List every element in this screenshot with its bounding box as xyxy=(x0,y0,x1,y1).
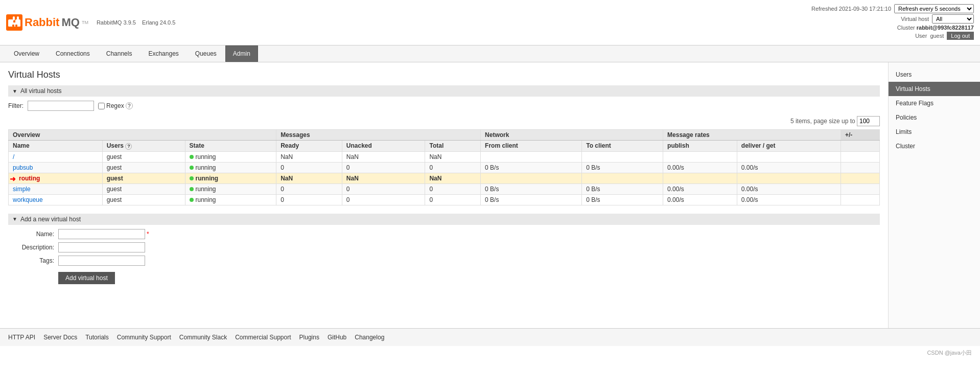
sidebar-item-users[interactable]: Users xyxy=(889,67,980,82)
footer-link-commercial-support[interactable]: Commercial Support xyxy=(235,334,291,341)
regex-checkbox[interactable] xyxy=(98,103,105,109)
page-size-row: 5 items, page size up to xyxy=(8,116,880,126)
cell-ready: 0 xyxy=(276,162,342,173)
table-row[interactable]: workqueueguestrunning0000 B/s0 B/s0.00/s… xyxy=(9,194,880,205)
regex-label: Regex ? xyxy=(98,102,133,109)
vhosts-tbody: /guestrunningNaNNaNNaNpubsubguestrunning… xyxy=(9,151,880,205)
rabbitmq-logo-icon xyxy=(6,14,22,31)
vhosts-table: Overview Messages Network Message rates … xyxy=(8,129,880,205)
nav-exchanges[interactable]: Exchanges xyxy=(141,45,186,62)
vhost-tags-input[interactable] xyxy=(58,256,145,266)
sidebar-item-policies[interactable]: Policies xyxy=(889,110,980,125)
state-dot-icon xyxy=(190,187,194,191)
vhost-description-input[interactable] xyxy=(58,242,145,252)
footer-link-community-support[interactable]: Community Support xyxy=(117,334,171,341)
sidebar-item-feature-flags[interactable]: Feature Flags xyxy=(889,96,980,110)
group-network: Network xyxy=(481,130,663,141)
tags-form-row: Tags: xyxy=(8,256,880,266)
footer-link-http-api[interactable]: HTTP API xyxy=(8,334,35,341)
user-label: User xyxy=(915,33,927,39)
bottom-text: CSDN @java小田 xyxy=(927,350,972,356)
sidebar-item-virtual-hosts[interactable]: Virtual Hosts xyxy=(889,82,980,96)
page-size-input[interactable] xyxy=(857,116,880,126)
logout-button[interactable]: Log out xyxy=(947,32,974,40)
cell-deliver-get xyxy=(737,173,841,183)
vhost-name-input[interactable] xyxy=(58,229,145,239)
svg-rect-6 xyxy=(12,25,14,27)
erlang-label: Erlang 24.0.5 xyxy=(142,19,175,26)
cell-total: 0 xyxy=(425,194,481,205)
logo-text: Rabbit xyxy=(25,16,59,29)
required-star: * xyxy=(147,231,149,238)
cell-state: running xyxy=(185,183,276,194)
refresh-select[interactable]: Refresh every 5 seconds Refresh every 10… xyxy=(894,4,974,13)
cell-to-client xyxy=(582,151,663,162)
cell-publish: 0.00/s xyxy=(663,194,737,205)
col-state: State xyxy=(185,141,276,152)
col-deliver-get: deliver / get xyxy=(737,141,841,152)
vhost-name-link[interactable]: routing xyxy=(19,175,40,182)
cell-unacked: NaN xyxy=(342,151,425,162)
table-row[interactable]: /guestrunningNaNNaNNaN xyxy=(9,151,880,162)
cell-publish xyxy=(663,151,737,162)
group-message-rates: Message rates xyxy=(663,130,841,141)
filter-input[interactable] xyxy=(28,101,94,111)
nav-queues[interactable]: Queues xyxy=(188,45,224,62)
cluster-info: Cluster rabbit@993fc8228117 xyxy=(897,25,974,31)
sidebar-item-cluster[interactable]: Cluster xyxy=(889,139,980,153)
cell-from-client: 0 B/s xyxy=(481,194,582,205)
page-title: Virtual Hosts xyxy=(8,70,880,80)
cell-from-client xyxy=(481,173,582,183)
regex-text: Regex xyxy=(106,102,124,109)
state-dot-icon xyxy=(190,166,194,170)
cell-from-client: 0 B/s xyxy=(481,162,582,173)
footer-link-github[interactable]: GitHub xyxy=(328,334,346,341)
cell-name: / xyxy=(9,151,103,162)
all-vhosts-section-header[interactable]: ▼ All virtual hosts xyxy=(8,85,880,97)
plus-minus-btn-header[interactable]: +/- xyxy=(841,130,879,141)
help-icon[interactable]: ? xyxy=(126,102,133,109)
footer-link-community-slack[interactable]: Community Slack xyxy=(179,334,227,341)
cell-total: NaN xyxy=(425,151,481,162)
cell-unacked: 0 xyxy=(342,183,425,194)
table-row[interactable]: ➜routingguestrunningNaNNaNNaN xyxy=(9,173,880,183)
add-vhost-section: ▼ Add a new virtual host Name: * Descrip… xyxy=(8,214,880,284)
cell-deliver-get: 0.00/s xyxy=(737,194,841,205)
nav-overview[interactable]: Overview xyxy=(6,45,47,62)
state-dot-icon xyxy=(190,198,194,202)
table-row[interactable]: simpleguestrunning0000 B/s0 B/s0.00/s0.0… xyxy=(9,183,880,194)
add-vhost-button[interactable]: Add virtual host xyxy=(58,272,115,284)
add-vhost-section-header[interactable]: ▼ Add a new virtual host xyxy=(8,214,880,225)
cell-name: ➜routing xyxy=(9,173,103,183)
vhost-name-link[interactable]: pubsub xyxy=(13,164,33,171)
svg-rect-5 xyxy=(17,16,19,20)
nav-admin[interactable]: Admin xyxy=(225,45,258,62)
vhost-name-link[interactable]: simple xyxy=(13,186,31,193)
sidebar-item-limits[interactable]: Limits xyxy=(889,125,980,139)
cell-users: guest xyxy=(102,194,185,205)
footer-link-plugins[interactable]: Plugins xyxy=(299,334,319,341)
cell-unacked: 0 xyxy=(342,194,425,205)
vhost-name-link[interactable]: workqueue xyxy=(13,196,43,203)
top-bar: RabbitMQTM RabbitMQ 3.9.5 Erlang 24.0.5 … xyxy=(0,0,980,45)
footer-link-server-docs[interactable]: Server Docs xyxy=(43,334,77,341)
col-empty xyxy=(841,141,879,152)
filter-row: Filter: Regex ? xyxy=(8,101,880,111)
table-row[interactable]: pubsubguestrunning0000 B/s0 B/s0.00/s0.0… xyxy=(9,162,880,173)
footer-link-changelog[interactable]: Changelog xyxy=(355,334,384,341)
cell-publish xyxy=(663,173,737,183)
add-section-title: Add a new virtual host xyxy=(20,216,81,223)
nav-channels[interactable]: Channels xyxy=(99,45,140,62)
row-arrow-icon: ➜ xyxy=(10,175,16,183)
users-help-icon[interactable]: ? xyxy=(125,143,132,150)
state-dot-icon xyxy=(190,155,194,159)
col-ready: Ready xyxy=(276,141,342,152)
nav-connections[interactable]: Connections xyxy=(48,45,98,62)
cell-state: running xyxy=(185,173,276,183)
footer-link-tutorials[interactable]: Tutorials xyxy=(85,334,109,341)
virtual-host-select[interactable]: All / pubsub routing simple workqueue xyxy=(932,14,974,24)
cluster-value: rabbit@993fc8228117 xyxy=(917,25,974,31)
cell-state: running xyxy=(185,194,276,205)
vhost-name-link[interactable]: / xyxy=(13,153,14,160)
bottom-bar: CSDN @java小田 xyxy=(0,346,980,360)
